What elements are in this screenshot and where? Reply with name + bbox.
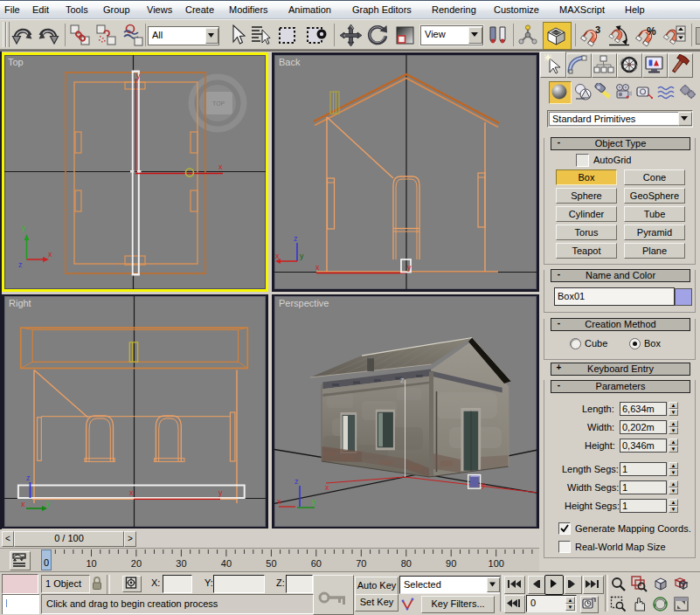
svg-text:x: x [275, 252, 280, 260]
svg-text:y: y [482, 480, 486, 489]
svg-text:3: 3 [595, 24, 600, 35]
svg-text:x: x [21, 500, 25, 508]
svg-text:z: z [400, 376, 405, 384]
svg-text:y: y [218, 488, 223, 497]
svg-text:z: z [18, 260, 23, 269]
svg-text:TOP: TOP [212, 100, 225, 107]
svg-text:x: x [277, 497, 281, 506]
svg-text:20: 20 [131, 558, 142, 569]
svg-text:x: x [48, 250, 52, 259]
svg-text:10: 10 [86, 558, 96, 569]
svg-text:x: x [325, 483, 329, 492]
svg-text:x: x [129, 488, 134, 497]
svg-text:y: y [22, 224, 26, 232]
svg-text:x: x [315, 263, 320, 272]
svg-text:%: % [647, 25, 656, 38]
svg-text:30: 30 [176, 558, 186, 569]
svg-text:100: 100 [489, 558, 504, 569]
svg-text:z: z [295, 477, 299, 486]
svg-text:y: y [46, 499, 51, 508]
svg-text:70: 70 [356, 558, 366, 569]
svg-text:z: z [26, 473, 31, 482]
svg-text:y: y [407, 263, 412, 272]
svg-text:80: 80 [401, 558, 412, 569]
svg-text:x: x [218, 162, 223, 171]
svg-text:y: y [312, 497, 316, 506]
svg-text:40: 40 [221, 558, 232, 569]
svg-text:y: y [136, 72, 141, 80]
svg-text:60: 60 [311, 558, 322, 569]
svg-text:z: z [294, 234, 298, 243]
svg-text:90: 90 [446, 558, 456, 569]
svg-text:50: 50 [266, 558, 276, 569]
svg-text:y: y [300, 252, 304, 260]
